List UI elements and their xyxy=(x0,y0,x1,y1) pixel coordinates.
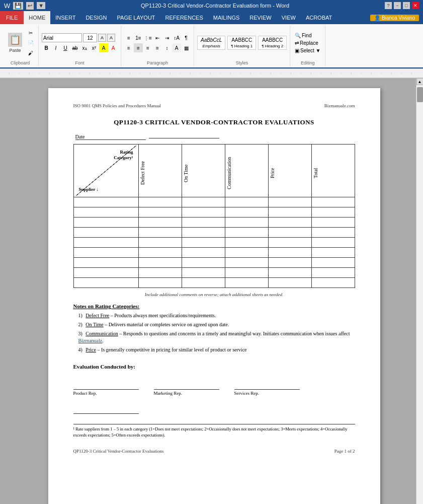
tab-view[interactable]: VIEW xyxy=(277,11,301,24)
font-size-increase[interactable]: A xyxy=(107,34,115,42)
styles-label: Styles xyxy=(236,59,248,65)
ribbon-content: 📋 Paste ✂ 📄 🖌 Clipboard A xyxy=(0,24,423,68)
tab-page-layout[interactable]: PAGE LAYOUT xyxy=(112,11,160,24)
line-spacing-button[interactable]: ↕ xyxy=(162,43,172,52)
rating-category-label: RatingCategory¹ xyxy=(114,150,133,161)
style-heading2[interactable]: AABBCC¶ Heading 2 xyxy=(258,36,287,50)
on-time-label: On Time xyxy=(183,151,189,196)
maximize-button[interactable]: □ xyxy=(403,2,410,9)
tab-file[interactable]: FILE xyxy=(0,11,24,24)
borders-button[interactable]: ▦ xyxy=(182,43,191,52)
justify-button[interactable]: ≡ xyxy=(153,43,162,52)
evaluation-table: RatingCategory¹ Supplier ↓ Defect Free O… xyxy=(73,144,355,288)
ribbon-group-editing: 🔍 Find ⇄ Replace ▣ Select ▼ Editing xyxy=(290,25,325,66)
window-title: QP1120-3 Critical Vendor-Contractor Eval… xyxy=(45,3,385,9)
tab-acrobat[interactable]: ACROBAT xyxy=(301,11,337,24)
ribbon: FILE HOME INSERT DESIGN PAGE LAYOUT REFE… xyxy=(0,11,423,69)
date-underline xyxy=(149,138,219,138)
minimize-button[interactable]: − xyxy=(394,2,401,9)
font-name-input[interactable] xyxy=(42,33,82,42)
font-group-content: A A B I U ab x₂ x² A A xyxy=(42,26,118,59)
replace-button[interactable]: ⇄ Replace xyxy=(295,40,320,46)
help-button[interactable]: ? xyxy=(385,2,392,9)
align-left-button[interactable]: ≡ xyxy=(124,43,133,52)
table-row xyxy=(73,278,355,288)
tab-mailings[interactable]: MAILINGS xyxy=(208,11,245,24)
ruler-line xyxy=(9,73,421,74)
numbered-list-button[interactable]: 1≡ xyxy=(134,33,143,42)
clipboard-label: Clipboard xyxy=(11,59,30,65)
multilevel-list-button[interactable]: ⋮≡ xyxy=(143,33,152,42)
supplier-rating-header-cell: RatingCategory¹ Supplier ↓ xyxy=(73,145,138,197)
bold-button[interactable]: B xyxy=(42,43,51,52)
show-formatting-button[interactable]: ¶ xyxy=(182,33,191,42)
tab-review[interactable]: REVIEW xyxy=(244,11,276,24)
decrease-indent-button[interactable]: ⇤ xyxy=(153,33,162,42)
bizmanualz-link[interactable]: Bizmanualz xyxy=(78,338,103,343)
diagonal-header: RatingCategory¹ Supplier ↓ xyxy=(76,146,136,196)
font-color-button[interactable]: A xyxy=(109,43,118,52)
subscript-button[interactable]: x₂ xyxy=(80,43,89,52)
list-item: 4) Price – Is generally competitive in p… xyxy=(78,346,355,353)
italic-button[interactable]: I xyxy=(51,43,60,52)
sig-label-product-rep: Product Rep. xyxy=(73,391,139,396)
superscript-button[interactable]: x² xyxy=(90,43,99,52)
quick-save-icon[interactable]: 💾 xyxy=(13,2,23,10)
table-row xyxy=(73,238,355,248)
tab-home[interactable]: HOME xyxy=(24,11,50,24)
align-right-button[interactable]: ≡ xyxy=(143,43,152,52)
shading-button[interactable]: A xyxy=(172,43,181,52)
user-account[interactable]: 👤 Bianca Viviano xyxy=(370,15,419,21)
strikethrough-button[interactable]: ab xyxy=(70,43,79,52)
editing-label: Editing xyxy=(301,59,315,65)
main-area: ▲ ▼ ISO 9001 QMS Policies and Procedures… xyxy=(0,78,423,504)
quick-undo-icon[interactable]: ↩ xyxy=(26,2,34,10)
quick-menu-icon[interactable]: ▼ xyxy=(37,2,45,9)
style-emphasis[interactable]: AaBbCcLEmphasis xyxy=(197,36,225,50)
tab-references[interactable]: REFERENCES xyxy=(160,11,208,24)
page-header: ISO 9001 QMS Policies and Procedures Man… xyxy=(73,103,355,108)
title-bar: W 💾 ↩ ▼ QP1120-3 Critical Vendor-Contrac… xyxy=(0,0,423,11)
sort-button[interactable]: ↕A xyxy=(172,33,181,42)
word-icon: W xyxy=(4,2,10,10)
tab-insert[interactable]: INSERT xyxy=(50,11,80,24)
scroll-up-button[interactable]: ▲ xyxy=(416,78,424,85)
copy-button[interactable]: 📄 xyxy=(26,38,35,47)
ribbon-group-paragraph: ≡ 1≡ ⋮≡ ⇤ ⇥ ↕A ¶ ≡ ≡ ≡ ≡ ↕ A xyxy=(121,25,194,66)
font-size-input[interactable] xyxy=(83,33,97,42)
tab-design[interactable]: DESIGN xyxy=(80,11,112,24)
paragraph-group-content: ≡ 1≡ ⋮≡ ⇤ ⇥ ↕A ¶ ≡ ≡ ≡ ≡ ↕ A xyxy=(124,26,191,59)
col-header-communication: Communication xyxy=(225,145,268,197)
increase-indent-button[interactable]: ⇥ xyxy=(162,33,172,42)
editing-group-content: 🔍 Find ⇄ Replace ▣ Select ▼ xyxy=(295,26,320,59)
highlight-button[interactable]: A xyxy=(99,43,108,52)
sig-line-product-rep xyxy=(73,380,139,390)
ruler xyxy=(0,69,423,78)
underline-button[interactable]: U xyxy=(61,43,70,52)
bullet-list-button[interactable]: ≡ xyxy=(124,33,133,42)
find-button[interactable]: 🔍 Find xyxy=(295,33,320,38)
sig-line-services-rep xyxy=(234,380,300,390)
list-item: 2) On Time – Delivers material or comple… xyxy=(78,321,355,328)
format-painter-button[interactable]: 🖌 xyxy=(26,48,35,57)
paste-button[interactable]: 📋 Paste xyxy=(5,27,25,59)
close-button[interactable]: ✕ xyxy=(412,2,419,9)
style-box: AaBbCcLEmphasis AABBCC¶ Heading 1 AABBCC… xyxy=(197,36,287,50)
scroll-thumb[interactable] xyxy=(417,87,423,102)
style-heading1[interactable]: AABBCC¶ Heading 1 xyxy=(227,36,256,50)
table-row xyxy=(73,218,355,228)
page-title: QP1120-3 CRITICAL VENDOR-CONTRACTOR EVAL… xyxy=(73,118,355,126)
ribbon-group-styles: AaBbCcLEmphasis AABBCC¶ Heading 1 AABBCC… xyxy=(194,25,290,66)
font-size-decrease[interactable]: A xyxy=(98,34,106,42)
cut-button[interactable]: ✂ xyxy=(26,28,35,37)
supplier-label: Supplier ↓ xyxy=(79,187,99,192)
select-button[interactable]: ▣ Select ▼ xyxy=(295,48,320,53)
evaluation-conducted-label: Evaluation Conducted by: xyxy=(73,364,355,370)
footer-left: QP1120-3 Critical Vendor-Contractor Eval… xyxy=(73,449,164,454)
header-left: ISO 9001 QMS Policies and Procedures Man… xyxy=(73,103,161,108)
notes-list: 1) Defect Free – Products always meet sp… xyxy=(78,312,355,353)
defect-free-label: Defect Free xyxy=(140,151,145,196)
table-row xyxy=(73,248,355,258)
vertical-scrollbar[interactable]: ▲ ▼ xyxy=(416,78,423,504)
align-center-button[interactable]: ≡ xyxy=(134,43,143,52)
